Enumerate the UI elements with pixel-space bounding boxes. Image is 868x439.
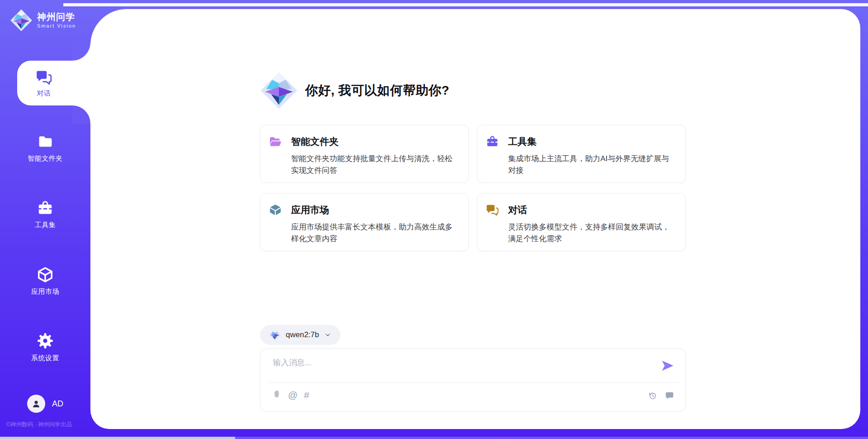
sidebar-item-label: 智能文件夹 xyxy=(28,154,63,163)
window-top-divider xyxy=(63,3,868,6)
horizontal-scrollbar xyxy=(0,437,868,439)
brand-gem-icon xyxy=(260,72,298,110)
sidebar-item-chat[interactable]: 对话 xyxy=(17,61,90,105)
sidebar-footer: ©神州数码 · 神州问学出品 xyxy=(6,421,72,429)
brand-text: 神州问学 Smart Vision xyxy=(37,12,76,29)
folder-icon xyxy=(37,134,54,150)
card-header: 对话 xyxy=(486,203,675,217)
composer-tools-left: @ # xyxy=(272,390,309,400)
sidebar-item-app-market[interactable]: 应用市场 xyxy=(0,266,90,296)
mention-button[interactable]: @ xyxy=(288,390,297,400)
sidebar-item-settings[interactable]: 系统设置 xyxy=(0,332,90,363)
sidebar-item-label: 对话 xyxy=(37,89,51,98)
card-header: 应用市场 xyxy=(269,203,458,217)
brand-logo-icon xyxy=(10,9,33,32)
sidebar-item-label: 应用市场 xyxy=(31,287,59,296)
sidebar-item-smart-folder[interactable]: 智能文件夹 xyxy=(0,134,90,163)
card-description: 应用市场提供丰富长文本模板，助力高效生成多样化文章内容 xyxy=(291,221,458,245)
toolbox-icon xyxy=(37,200,54,217)
gear-icon xyxy=(36,332,54,350)
card-app-market[interactable]: 应用市场 应用市场提供丰富长文本模板，助力高效生成多样化文章内容 xyxy=(260,193,469,251)
sidebar-item-label: 系统设置 xyxy=(31,354,59,363)
user-profile[interactable]: AD xyxy=(0,395,90,413)
content-column: 你好, 我可以如何帮助你? 智能文件夹 智能文件夹功能支持批量文件上传与清洗，轻… xyxy=(260,9,686,429)
card-toolset[interactable]: 工具集 集成市场上主流工具，助力AI与外界无缝扩展与对接 xyxy=(477,125,686,183)
toolbox-icon xyxy=(486,135,499,148)
tab-fillet-top xyxy=(72,43,90,61)
message-input[interactable] xyxy=(272,356,658,379)
sidebar-item-label: 工具集 xyxy=(35,221,56,229)
cube-icon xyxy=(37,266,54,283)
main-panel: 你好, 我可以如何帮助你? 智能文件夹 智能文件夹功能支持批量文件上传与清洗，轻… xyxy=(90,9,860,429)
card-description: 灵活切换多模型文件，支持多样回复效果调试，满足个性化需求 xyxy=(508,221,675,245)
card-description: 智能文件夹功能支持批量文件上传与清洗，轻松实现文件问答 xyxy=(291,153,458,177)
history-icon xyxy=(648,391,657,401)
card-chat[interactable]: 对话 灵活切换多模型文件，支持多样回复效果调试，满足个性化需求 xyxy=(477,193,686,251)
card-smart-folder[interactable]: 智能文件夹 智能文件夹功能支持批量文件上传与清洗，轻松实现文件问答 xyxy=(260,125,469,183)
hashtag-button[interactable]: # xyxy=(304,390,309,400)
card-description: 集成市场上主流工具，助力AI与外界无缝扩展与对接 xyxy=(508,153,675,177)
scrollbar-thumb[interactable] xyxy=(0,437,235,439)
brand-name: 神州问学 xyxy=(37,12,76,22)
card-title: 对话 xyxy=(508,204,527,216)
greeting: 你好, 我可以如何帮助你? xyxy=(260,72,449,110)
paperclip-icon xyxy=(272,390,282,400)
send-icon[interactable] xyxy=(661,359,675,372)
tab-fillet-bottom xyxy=(72,105,90,124)
greeting-text: 你好, 我可以如何帮助你? xyxy=(305,82,449,99)
sidebar: 神州问学 Smart Vision 对话 智能文件夹 工具集 应用市场 系统设置 xyxy=(0,0,90,439)
folder-open-icon xyxy=(269,135,282,148)
feature-cards: 智能文件夹 智能文件夹功能支持批量文件上传与清洗，轻松实现文件问答 工具集 集成… xyxy=(260,125,686,251)
avatar xyxy=(27,395,45,413)
model-gem-icon xyxy=(269,329,281,341)
person-icon xyxy=(31,398,42,409)
card-header: 工具集 xyxy=(486,135,675,148)
cube-grid-icon xyxy=(269,203,282,217)
history-button[interactable] xyxy=(648,391,657,401)
message-composer: @ # xyxy=(260,348,686,412)
composer-tools-right xyxy=(648,391,675,401)
composer-divider xyxy=(267,382,679,383)
chat-icon xyxy=(35,69,52,86)
card-header: 智能文件夹 xyxy=(269,135,458,148)
brand-subtitle: Smart Vision xyxy=(37,23,76,29)
sidebar-item-toolset[interactable]: 工具集 xyxy=(0,200,90,229)
card-title: 应用市场 xyxy=(291,204,329,216)
card-title: 智能文件夹 xyxy=(291,135,339,148)
chevron-down-icon xyxy=(324,331,331,339)
card-title: 工具集 xyxy=(508,135,537,148)
app-root: 你好, 我可以如何帮助你? 智能文件夹 智能文件夹功能支持批量文件上传与清洗，轻… xyxy=(0,0,868,439)
model-name: qwen2:7b xyxy=(286,330,319,339)
user-name: AD xyxy=(52,399,63,409)
chat-icon xyxy=(486,203,499,217)
new-chat-button[interactable] xyxy=(665,391,675,401)
brand: 神州问学 Smart Vision xyxy=(10,9,76,32)
attachment-button[interactable] xyxy=(272,390,282,400)
model-selector[interactable]: qwen2:7b xyxy=(260,325,340,345)
message-icon xyxy=(665,391,675,401)
